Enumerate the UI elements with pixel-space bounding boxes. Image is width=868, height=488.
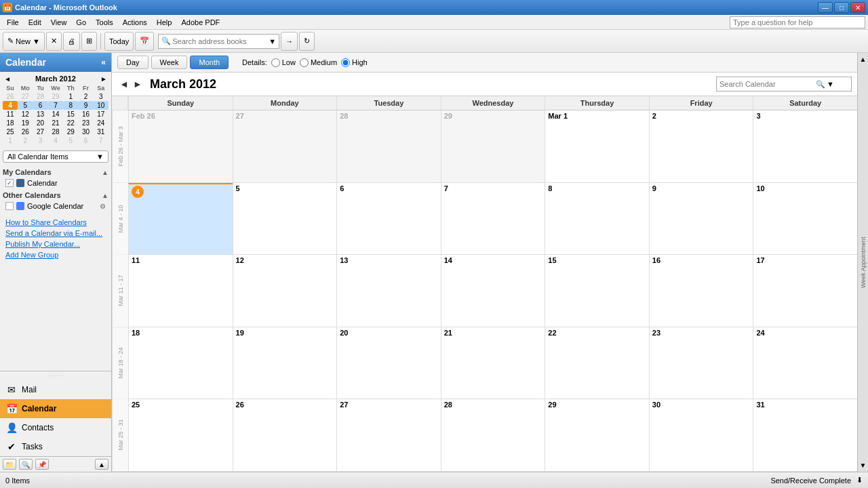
mini-cal-cell[interactable]: 9 xyxy=(78,101,93,110)
calendar-day-cell[interactable]: 28 xyxy=(441,399,545,471)
calendar-item-calendar[interactable]: Calendar xyxy=(3,178,108,188)
calendar-day-cell[interactable]: 11 xyxy=(128,255,233,327)
mini-cal-cell[interactable]: 18 xyxy=(3,119,18,127)
detail-medium-radio[interactable]: Medium xyxy=(300,58,337,67)
nav-item-mail[interactable]: ✉ Mail xyxy=(0,380,111,399)
menu-tools[interactable]: Tools xyxy=(92,17,117,28)
mini-cal-cell[interactable]: 5 xyxy=(63,136,78,145)
nav-item-calendar[interactable]: 📅 Calendar xyxy=(0,399,111,418)
calendar-day-cell[interactable]: 5 xyxy=(233,183,337,255)
mini-cal-cell[interactable]: 29 xyxy=(48,92,64,101)
mini-cal-cell[interactable]: 1 xyxy=(63,92,78,101)
address-search-box[interactable]: 🔍 ▼ xyxy=(158,34,279,49)
add-new-group-link[interactable]: Add New Group xyxy=(3,249,108,260)
mini-cal-cell[interactable]: 2 xyxy=(18,136,33,145)
calendar-day-cell[interactable]: 22 xyxy=(545,327,649,399)
mini-cal-cell[interactable]: 2 xyxy=(78,92,93,101)
mini-cal-cell[interactable]: 8 xyxy=(63,101,78,110)
calendar-day-cell[interactable]: Mar 1 xyxy=(545,110,649,182)
menu-view[interactable]: View xyxy=(47,17,71,28)
mini-cal-cell[interactable]: 3 xyxy=(33,136,47,145)
nav-item-tasks[interactable]: ✔ Tasks xyxy=(0,437,111,456)
calendar-day-cell[interactable]: 27 xyxy=(233,110,337,182)
folder-button[interactable]: 📁 xyxy=(3,459,16,470)
menu-file[interactable]: File xyxy=(3,17,23,28)
minimize-button[interactable]: — xyxy=(818,2,833,13)
mini-cal-cell[interactable]: 7 xyxy=(48,101,64,110)
mini-cal-cell[interactable]: 27 xyxy=(33,127,47,136)
calendar-search-icon[interactable]: 🔍 xyxy=(816,80,825,89)
calendar-day-cell[interactable]: 19 xyxy=(233,327,337,399)
detail-low-input[interactable] xyxy=(271,58,280,67)
mini-cal-cell[interactable]: 26 xyxy=(3,92,18,101)
mini-cal-cell[interactable]: 16 xyxy=(78,110,93,119)
detail-high-radio[interactable]: High xyxy=(341,58,368,67)
mini-cal-cell[interactable]: 26 xyxy=(18,127,33,136)
search-folders-button[interactable]: 🔍 xyxy=(19,459,33,470)
my-calendars-collapse[interactable]: ▲ xyxy=(102,169,108,176)
mini-cal-cell[interactable]: 6 xyxy=(78,136,93,145)
calendar-checkbox[interactable] xyxy=(5,179,14,187)
mini-cal-cell[interactable]: 12 xyxy=(18,110,33,119)
calendar-search-dropdown[interactable]: ▼ xyxy=(827,80,834,88)
mini-cal-cell[interactable]: 24 xyxy=(94,119,108,127)
mini-cal-cell[interactable]: 4 xyxy=(48,136,64,145)
calendar-day-cell[interactable]: 26 xyxy=(233,399,337,471)
mini-cal-prev[interactable]: ◄ xyxy=(3,75,12,83)
detail-medium-input[interactable] xyxy=(300,58,309,67)
mini-cal-cell[interactable]: 15 xyxy=(63,110,78,119)
calendar-day-cell[interactable]: 7 xyxy=(441,183,545,255)
sidebar-collapse-button[interactable]: « xyxy=(101,58,106,67)
publish-calendar-link[interactable]: Publish My Calendar... xyxy=(3,239,108,249)
scroll-down-arrow[interactable]: ▼ xyxy=(857,459,868,472)
calendar-day-cell[interactable]: 9 xyxy=(649,183,753,255)
calendar-day-cell[interactable]: 30 xyxy=(649,399,753,471)
print-button[interactable]: 🖨 xyxy=(63,32,80,51)
refresh-button[interactable]: ↻ xyxy=(299,32,315,51)
calendar-day-cell[interactable]: 8 xyxy=(545,183,649,255)
calendar-day-cell[interactable]: 23 xyxy=(649,327,753,399)
calendar-day-cell[interactable]: 29 xyxy=(545,399,649,471)
tab-day[interactable]: Day xyxy=(117,56,149,69)
menu-adobepdf[interactable]: Adobe PDF xyxy=(177,17,224,28)
calendar-day-cell[interactable]: 25 xyxy=(128,399,233,471)
mini-cal-cell[interactable]: 29 xyxy=(63,127,78,136)
calendar-item-google[interactable]: Google Calendar ⚙ xyxy=(3,201,108,211)
google-calendar-action[interactable]: ⚙ xyxy=(100,203,106,210)
mini-cal-cell[interactable]: 28 xyxy=(48,127,64,136)
mini-cal-cell[interactable]: 7 xyxy=(94,136,108,145)
mini-cal-cell[interactable]: 22 xyxy=(63,119,78,127)
calendar-day-cell[interactable]: 13 xyxy=(336,255,441,327)
calendar-day-cell[interactable]: 20 xyxy=(336,327,441,399)
calendar-day-cell[interactable]: 31 xyxy=(753,399,857,471)
calendar-day-cell[interactable]: 21 xyxy=(441,327,545,399)
search-dropdown-icon[interactable]: ▼ xyxy=(269,37,276,45)
how-to-share-link[interactable]: How to Share Calendars xyxy=(3,217,108,228)
other-calendars-collapse[interactable]: ▲ xyxy=(102,192,108,199)
cal-next-button[interactable]: ► xyxy=(131,77,144,91)
calendar-day-cell[interactable]: 4 xyxy=(128,183,233,255)
calendar-day-cell[interactable]: 2 xyxy=(649,110,753,182)
calendar-day-cell[interactable]: 16 xyxy=(649,255,753,327)
detail-low-radio[interactable]: Low xyxy=(271,58,296,67)
calendar-day-cell[interactable]: 15 xyxy=(545,255,649,327)
menu-edit[interactable]: Edit xyxy=(24,17,45,28)
tab-month[interactable]: Month xyxy=(190,56,229,69)
mini-cal-cell[interactable]: 6 xyxy=(33,101,47,110)
mini-cal-cell[interactable]: 27 xyxy=(18,92,33,101)
today-button[interactable]: Today xyxy=(104,32,134,51)
mini-cal-cell[interactable]: 23 xyxy=(78,119,93,127)
calendar-day-cell[interactable]: Feb 26 xyxy=(128,110,233,182)
calendar-day-cell[interactable]: 18 xyxy=(128,327,233,399)
calendar-icon-button[interactable]: 📅 xyxy=(135,32,154,51)
calendar-scroll-right[interactable]: ▲ Week Appointment ▼ xyxy=(857,53,868,472)
close-button[interactable]: ✕ xyxy=(850,2,865,13)
mini-cal-cell[interactable]: 30 xyxy=(78,127,93,136)
mini-cal-cell[interactable]: 17 xyxy=(94,110,108,119)
scroll-up-arrow[interactable]: ▲ xyxy=(857,53,868,66)
calendar-day-cell[interactable]: 10 xyxy=(753,183,857,255)
mini-cal-cell[interactable]: 3 xyxy=(94,92,108,101)
calendar-search-input[interactable] xyxy=(719,80,814,88)
mini-cal-cell[interactable]: 1 xyxy=(3,136,18,145)
calendar-day-cell[interactable]: 29 xyxy=(441,110,545,182)
